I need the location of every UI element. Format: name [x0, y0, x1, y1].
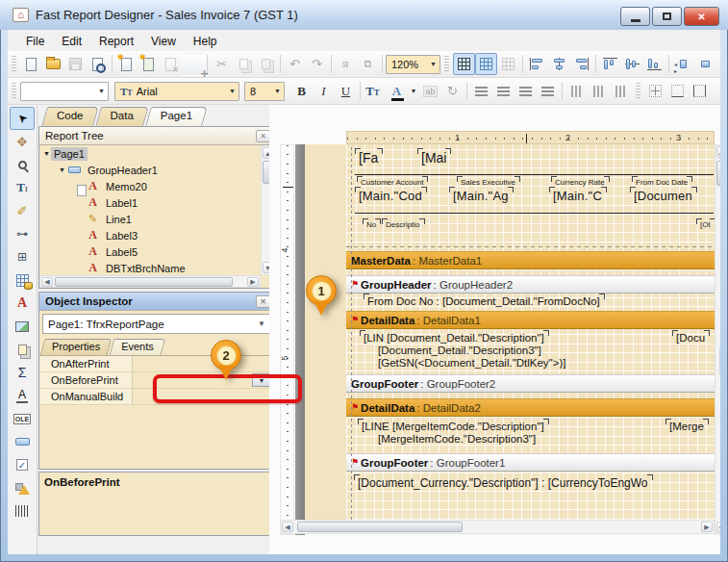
- open-button[interactable]: [42, 53, 64, 75]
- memo-merge-description[interactable]: [LINE [MergeItemCode."Description"]: [362, 421, 544, 432]
- page-settings-button[interactable]: [182, 53, 204, 75]
- label-description[interactable]: Descriptio: [386, 220, 420, 229]
- underline-button[interactable]: U: [335, 80, 357, 102]
- memo-detail-getsn[interactable]: [GetSN(<Document_Detail."DtlKey">)]: [378, 357, 565, 369]
- memo-mail[interactable]: [Mai: [421, 150, 446, 166]
- tree-node-line1[interactable]: ✎ Line1: [39, 211, 261, 227]
- size-to-grid-button[interactable]: [497, 53, 519, 75]
- align-text-center-button[interactable]: [492, 80, 515, 102]
- field-customer-account[interactable]: [Main."Cod: [359, 189, 422, 203]
- align-bottoms-button[interactable]: [643, 53, 665, 75]
- toolbar-grip[interactable]: [444, 56, 449, 73]
- show-grid-button[interactable]: [453, 53, 475, 75]
- frame-all-button[interactable]: [644, 80, 666, 102]
- new-report-button[interactable]: [20, 53, 42, 75]
- new-report-page-button[interactable]: [115, 53, 138, 75]
- preview-button[interactable]: [87, 53, 109, 75]
- redo-button[interactable]: ↷: [306, 53, 328, 75]
- scroll-left-icon[interactable]: ◀: [282, 522, 293, 532]
- undo-button[interactable]: ↶: [284, 53, 306, 75]
- scroll-left-icon[interactable]: ◀: [41, 277, 53, 287]
- scrollbar-thumb[interactable]: [55, 277, 233, 287]
- tree-node-page1[interactable]: ▼ Page1: [39, 145, 261, 162]
- font-size-combo[interactable]: 8 ▼: [244, 82, 285, 101]
- paste-button[interactable]: [255, 53, 277, 75]
- align-to-grid-button[interactable]: [475, 53, 497, 75]
- picture-object-tool[interactable]: [10, 315, 35, 338]
- align-text-left-button[interactable]: [470, 80, 492, 102]
- tab-code[interactable]: Code: [44, 107, 96, 126]
- memo-merge-right[interactable]: [Merge: [669, 421, 704, 432]
- object-selector-combo[interactable]: Page1: TfrxReportPage ▼: [42, 314, 271, 334]
- title-bar[interactable]: ⌂ Fast Report Designer - Sales Invoice 7…: [0, 0, 728, 30]
- style-combo[interactable]: ▼: [20, 82, 109, 101]
- justify-text-button[interactable]: [537, 80, 559, 102]
- splitter-grip[interactable]: [719, 345, 720, 376]
- center-vertically-button[interactable]: [694, 53, 716, 75]
- memo-fax[interactable]: [Fa: [359, 150, 378, 166]
- band-groupfooter1[interactable]: ⚑ GroupFooter: GroupFooter1: [346, 453, 715, 472]
- memo-currency-words[interactable]: [Document_Currency."Description"] : [Cur…: [358, 476, 648, 490]
- zoom-tool[interactable]: [10, 153, 35, 176]
- scrollbar-thumb[interactable]: [297, 522, 463, 532]
- shape-object-tool[interactable]: [10, 476, 35, 499]
- hand-tool[interactable]: ✥: [10, 130, 35, 153]
- zoom-combo[interactable]: 120% ▼: [386, 55, 440, 74]
- font-settings-button[interactable]: TT: [364, 80, 386, 102]
- cut-button[interactable]: ✂: [211, 53, 233, 75]
- band-groupheader2[interactable]: ⚑ GroupHeader: GroupHeader2: [346, 275, 715, 294]
- report-tree-close-button[interactable]: ✕: [256, 130, 270, 142]
- vertical-text-center-button[interactable]: [588, 80, 610, 102]
- align-rights-button[interactable]: [570, 53, 592, 75]
- insert-band-tool[interactable]: ⊶: [10, 222, 35, 245]
- expander-icon[interactable]: ▼: [42, 150, 51, 157]
- label-other[interactable]: [Ot: [700, 220, 711, 229]
- field-from-doc-date[interactable]: [Documen: [634, 189, 692, 203]
- tree-horizontal-scrollbar[interactable]: ◀ ▶: [39, 275, 261, 288]
- align-horizontal-centers-button[interactable]: [548, 53, 570, 75]
- toolbar-grip[interactable]: [12, 56, 16, 73]
- vertical-text-bottom-button[interactable]: [610, 80, 632, 102]
- tab-data[interactable]: Data: [98, 107, 146, 126]
- toolbar-grip[interactable]: [636, 83, 640, 100]
- checkbox-object-tool[interactable]: ✓: [10, 453, 35, 476]
- tab-events[interactable]: Events: [112, 339, 163, 355]
- page-content[interactable]: [Fa [Mai Customer Account Sales Executiv…: [346, 144, 715, 520]
- memo-merge-description3[interactable]: [MergeItemCode."Description3"]: [378, 433, 536, 445]
- font-color-dropdown[interactable]: ▼: [408, 80, 419, 102]
- memo-detail-description[interactable]: [LIN [Document_Detail."Description"]: [364, 332, 544, 344]
- select-tool[interactable]: ➤: [10, 107, 35, 130]
- expander-icon[interactable]: ▼: [58, 166, 66, 173]
- minimize-button[interactable]: [620, 7, 650, 26]
- text-rotation-button[interactable]: ↻: [441, 80, 464, 102]
- barcode-object-tool[interactable]: [10, 499, 35, 523]
- label-from-doc-date[interactable]: From Doc Date: [636, 178, 688, 187]
- tree-node-memo20[interactable]: A Memo20: [39, 178, 261, 194]
- delete-page-button[interactable]: [160, 53, 182, 75]
- maximize-button[interactable]: [652, 7, 682, 26]
- tab-page1[interactable]: Page1: [148, 107, 205, 126]
- menu-edit[interactable]: Edit: [53, 32, 90, 51]
- memo-detail-description3[interactable]: [Document_Detail."Description3"]: [378, 345, 541, 356]
- scroll-right-icon[interactable]: ▶: [247, 277, 259, 287]
- tree-node-dbtxtbrchname[interactable]: A DBTxtBrchName: [39, 260, 261, 275]
- field-sales-executive[interactable]: [Main."Ag: [453, 189, 509, 203]
- font-color-button[interactable]: A: [386, 80, 408, 102]
- scrollbar-thumb[interactable]: [716, 161, 720, 186]
- menu-help[interactable]: Help: [185, 32, 226, 51]
- copy-button[interactable]: [233, 53, 255, 75]
- format-painter-tool[interactable]: ✐: [10, 199, 35, 222]
- design-vertical-scrollbar[interactable]: ▲ ▼: [715, 144, 720, 535]
- center-horizontally-button[interactable]: [672, 53, 694, 75]
- save-button[interactable]: [64, 53, 87, 75]
- toolbar-grip[interactable]: [12, 83, 16, 100]
- ungroup-button[interactable]: ⧉: [357, 53, 379, 75]
- label-no[interactable]: No: [366, 220, 376, 229]
- band-detaildata2[interactable]: ⚑ DetailData: DetailData2: [346, 398, 715, 417]
- menu-view[interactable]: View: [142, 32, 185, 51]
- menu-report[interactable]: Report: [90, 32, 142, 51]
- label-currency-rate[interactable]: Currency Rate: [555, 178, 605, 187]
- band-detaildata1[interactable]: ⚑ DetailData: DetailData1: [346, 311, 715, 329]
- insert-subreport-tool[interactable]: ⊞: [10, 245, 35, 268]
- label-sales-executive[interactable]: Sales Executive: [461, 178, 515, 187]
